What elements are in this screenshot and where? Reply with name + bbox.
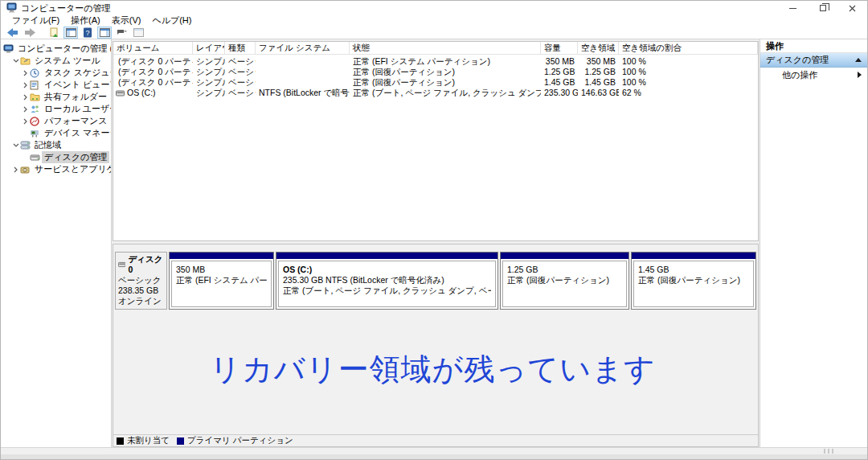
column-header-capacity[interactable]: 容量 xyxy=(541,42,578,54)
column-header-status[interactable]: 状態 xyxy=(350,42,541,54)
app-icon xyxy=(6,2,17,14)
properties-button[interactable] xyxy=(131,27,145,39)
cell-type: ベーシック xyxy=(225,88,256,98)
tree-item-computer-management-root[interactable]: コンピューターの管理 (ローカル) xyxy=(1,43,111,55)
tree-item-device-manager[interactable]: デバイス マネージャー xyxy=(1,127,111,139)
column-header-volume[interactable]: ボリューム xyxy=(113,42,193,54)
tree-item-performance[interactable]: パフォーマンス xyxy=(1,115,111,127)
chevron-right-icon[interactable] xyxy=(21,118,30,125)
cell-free-space: 1.25 GB xyxy=(578,67,619,77)
svg-text:?: ? xyxy=(85,28,89,36)
actions-group-disk-management[interactable]: ディスクの管理 xyxy=(760,53,867,68)
cell-filesystem xyxy=(256,56,350,67)
status-bar xyxy=(1,447,867,454)
show-console-tree-button[interactable] xyxy=(63,27,78,39)
tree-item-label: パフォーマンス xyxy=(42,115,110,127)
chevron-down-icon[interactable] xyxy=(11,143,20,147)
disk-type: ベーシック xyxy=(118,275,164,285)
chevron-down-icon[interactable] xyxy=(11,59,20,63)
volume-row[interactable]: (ディスク 0 パーティション 5) シンプル ベーシック 正常 (回復パーティ… xyxy=(113,77,758,88)
actions-header: 操作 xyxy=(760,39,867,53)
column-header-layout[interactable]: レイアウト xyxy=(193,42,225,54)
partition-title: OS (C:) xyxy=(283,265,491,275)
cell-status: 正常 (EFI システム パーティション) xyxy=(350,56,541,67)
tree-item-label: デバイス マネージャー xyxy=(42,127,111,139)
help-button[interactable]: ? xyxy=(80,27,95,39)
partition-recovery-1[interactable]: 1.25 GB 正常 (回復パーティション) xyxy=(500,252,629,310)
chevron-right-icon[interactable] xyxy=(21,106,30,113)
volume-name: (ディスク 0 パーティション 5) xyxy=(118,77,193,88)
minimize-icon xyxy=(789,8,796,9)
column-header-free-space[interactable]: 空き領域 xyxy=(578,42,619,54)
export-list-button[interactable] xyxy=(47,27,61,39)
partition-color-bar xyxy=(632,253,755,259)
minimize-button[interactable] xyxy=(778,1,808,15)
cell-capacity: 235.30 GB xyxy=(541,88,578,98)
volume-row[interactable]: OS (C:) シンプル ベーシック NTFS (BitLocker で暗号化済… xyxy=(113,88,758,98)
disk-status: オンライン xyxy=(118,296,164,306)
tree-item-task-scheduler[interactable]: タスク スケジューラ xyxy=(1,67,111,79)
cell-free-space: 350 MB xyxy=(578,56,619,67)
tree-item-services-applications[interactable]: サービスとアプリケーション xyxy=(1,163,111,175)
tree-item-event-viewer[interactable]: イベント ビューアー xyxy=(1,79,111,91)
partition-size: 350 MB xyxy=(176,265,267,275)
shared-folders-icon xyxy=(30,92,42,101)
restore-button[interactable] xyxy=(808,1,837,15)
tree-item-label: イベント ビューアー xyxy=(42,79,111,91)
column-header-type[interactable]: 種類 xyxy=(225,42,256,54)
menu-file[interactable]: ファイル(F) xyxy=(6,15,65,26)
center-area: ボリューム レイアウト 種類 ファイル システム 状態 容量 空き領域 空き領域… xyxy=(112,39,760,447)
column-header-free-percent[interactable]: 空き領域の割合 xyxy=(619,42,758,54)
show-action-pane-button[interactable] xyxy=(97,27,112,39)
tree-item-label: コンピューターの管理 (ローカル) xyxy=(15,43,111,55)
tree-item-local-users-groups[interactable]: ローカル ユーザーとグループ xyxy=(1,103,111,115)
disk-name: ディスク 0 xyxy=(128,254,164,275)
popup-window-button[interactable] xyxy=(114,27,129,39)
submenu-arrow-icon xyxy=(858,72,862,78)
resize-grip[interactable] xyxy=(824,449,835,454)
cell-status: 正常 (ブート, ページ ファイル, クラッシュ ダンプ, ベーシック データ … xyxy=(350,88,541,98)
volume-row[interactable]: (ディスク 0 パーティション 1) シンプル ベーシック 正常 (EFI シス… xyxy=(113,56,758,67)
chevron-right-icon[interactable] xyxy=(11,166,20,173)
services-icon xyxy=(20,165,32,174)
chevron-right-icon[interactable] xyxy=(21,94,30,101)
volume-row[interactable]: (ディスク 0 パーティション 4) シンプル ベーシック 正常 (回復パーティ… xyxy=(113,67,758,77)
volume-list-pane: ボリューム レイアウト 種類 ファイル システム 状態 容量 空き領域 空き領域… xyxy=(113,41,759,241)
chevron-right-icon[interactable] xyxy=(21,82,30,88)
tree-item-storage[interactable]: 記憶域 xyxy=(1,139,111,151)
disk-graphic-pane: ディスク 0 ベーシック 238.35 GB オンライン 350 MB 正常 (… xyxy=(113,244,759,447)
tree-item-shared-folders[interactable]: 共有フォルダー xyxy=(1,91,111,103)
menu-view[interactable]: 表示(V) xyxy=(106,15,147,26)
annotation-overlay: リカバリー領域が残っています xyxy=(210,349,656,390)
event-viewer-icon xyxy=(30,80,42,90)
volume-name: (ディスク 0 パーティション 1) xyxy=(118,56,193,67)
disk-0-label[interactable]: ディスク 0 ベーシック 238.35 GB オンライン xyxy=(115,252,167,310)
restore-icon xyxy=(820,5,826,11)
partition-efi[interactable]: 350 MB 正常 (EFI システム パーティション) xyxy=(169,252,274,310)
partition-os-c[interactable]: OS (C:) 235.30 GB NTFS (BitLocker で暗号化済み… xyxy=(276,252,498,310)
collapse-arrow-icon[interactable] xyxy=(855,58,862,62)
menu-bar: ファイル(F) 操作(A) 表示(V) ヘルプ(H) xyxy=(1,15,867,26)
show-action-pane-icon xyxy=(100,28,110,37)
legend-bar: 未割り当て プライマリ パーティション xyxy=(113,434,758,446)
partition-recovery-2[interactable]: 1.45 GB 正常 (回復パーティション) xyxy=(631,252,756,310)
chevron-right-icon[interactable] xyxy=(21,70,30,76)
tree-item-disk-management[interactable]: ディスクの管理 xyxy=(1,151,111,163)
cell-capacity: 350 MB xyxy=(541,56,578,67)
close-button[interactable] xyxy=(837,1,867,15)
local-users-groups-icon xyxy=(30,105,42,113)
menu-help[interactable]: ヘルプ(H) xyxy=(146,15,197,26)
menu-action[interactable]: 操作(A) xyxy=(65,15,106,26)
back-button[interactable] xyxy=(6,27,20,39)
actions-pane: 操作 ディスクの管理 他の操作 xyxy=(760,39,867,447)
tree-item-system-tools[interactable]: システム ツール xyxy=(1,55,111,67)
cell-capacity: 1.45 GB xyxy=(541,77,578,88)
column-header-filesystem[interactable]: ファイル システム xyxy=(256,42,350,54)
system-tools-icon xyxy=(20,56,32,65)
disk-management-icon xyxy=(30,154,42,162)
properties-icon xyxy=(133,28,144,37)
tree-item-label-selected: ディスクの管理 xyxy=(42,151,109,163)
forward-button[interactable] xyxy=(23,27,37,39)
computer-icon xyxy=(3,44,15,54)
more-actions-item[interactable]: 他の操作 xyxy=(760,68,867,82)
